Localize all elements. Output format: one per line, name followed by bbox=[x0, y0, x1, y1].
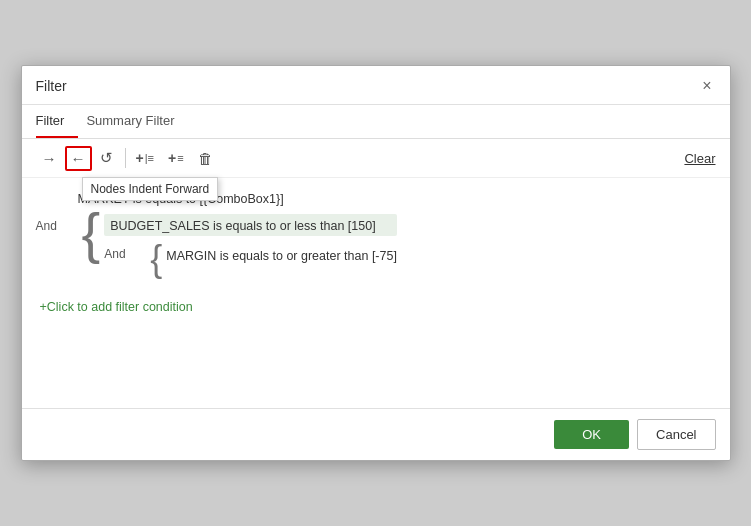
dialog-title: Filter bbox=[36, 78, 67, 94]
filter-content: MARKET is equals to [{ComboBox1}] And { … bbox=[22, 178, 730, 408]
indent-back-button[interactable]: ← bbox=[65, 146, 92, 171]
tab-summary-filter[interactable]: Summary Filter bbox=[86, 105, 188, 138]
tab-filter[interactable]: Filter bbox=[36, 105, 79, 138]
dialog-header: Filter × bbox=[22, 66, 730, 105]
dialog-footer: OK Cancel bbox=[22, 408, 730, 460]
ok-button[interactable]: OK bbox=[554, 420, 629, 449]
delete-button[interactable]: 🗑 bbox=[192, 146, 219, 171]
tab-bar: Filter Summary Filter bbox=[22, 105, 730, 139]
and-label-outer: And bbox=[36, 218, 76, 233]
toolbar: → ← ↺ + |≡ + ≡ 🗑 Nodes Indent Forward Cl… bbox=[22, 139, 730, 178]
close-button[interactable]: × bbox=[698, 76, 715, 96]
add-or-button[interactable]: + ≡ bbox=[162, 146, 190, 170]
indent-forward-button[interactable]: → bbox=[36, 146, 63, 171]
and-label-inner: And bbox=[104, 246, 144, 261]
add-condition-link[interactable]: +Click to add filter condition bbox=[40, 300, 193, 314]
cancel-button[interactable]: Cancel bbox=[637, 419, 715, 450]
tooltip: Nodes Indent Forward bbox=[82, 177, 219, 201]
condition-budget-row: BUDGET_SALES is equals to or less than [… bbox=[104, 214, 397, 236]
clear-button[interactable]: Clear bbox=[684, 151, 715, 166]
condition-margin: MARGIN is equals to or greater than [-75… bbox=[166, 247, 397, 263]
add-and-button[interactable]: + |≡ bbox=[130, 146, 160, 170]
filter-dialog: Filter × Filter Summary Filter → ← ↺ + |… bbox=[21, 65, 731, 461]
condition-budget: BUDGET_SALES is equals to or less than [… bbox=[110, 217, 375, 233]
toolbar-separator bbox=[125, 148, 126, 168]
undo-button[interactable]: ↺ bbox=[94, 145, 119, 171]
